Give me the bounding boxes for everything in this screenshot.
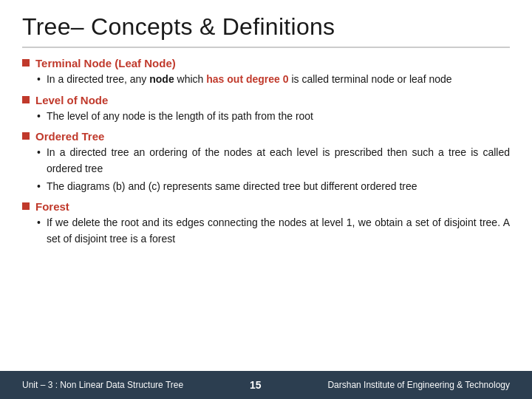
list-item: If we delete the root and its edges conn… bbox=[37, 215, 510, 247]
main-content: Tree– Concepts & Definitions Terminal No… bbox=[0, 0, 532, 371]
list-item-text: The level of any node is the length of i… bbox=[47, 109, 510, 125]
list-item: The level of any node is the length of i… bbox=[37, 109, 510, 125]
text-part: which bbox=[174, 73, 207, 85]
section-terminal-node: Terminal Node (Leaf Node)In a directed t… bbox=[22, 57, 510, 88]
section-heading-text-terminal-node: Terminal Node (Leaf Node) bbox=[35, 57, 176, 69]
section-heading-ordered-tree: Ordered Tree bbox=[22, 130, 510, 143]
section-bullet-ordered-tree bbox=[22, 132, 30, 140]
text-part: In a directed tree an ordering of the no… bbox=[47, 146, 510, 174]
list-item: The diagrams (b) and (c) represents same… bbox=[37, 179, 510, 195]
text-part: tree, any bbox=[103, 73, 149, 85]
section-body-terminal-node: In a directed tree, any node which has o… bbox=[22, 72, 510, 88]
text-part: has out degree 0 bbox=[206, 73, 288, 85]
section-heading-text-ordered-tree: Ordered Tree bbox=[35, 130, 104, 143]
footer-right: Darshan Institute of Engineering & Techn… bbox=[327, 380, 510, 390]
list-item: In a directed tree an ordering of the no… bbox=[37, 145, 510, 177]
section-bullet-level-of-node bbox=[22, 96, 30, 103]
footer-page-number: 15 bbox=[250, 379, 262, 391]
text-part: directed bbox=[66, 73, 103, 85]
list-item: In a directed tree, any node which has o… bbox=[37, 72, 510, 88]
footer: Unit – 3 : Non Linear Data Structure Tre… bbox=[0, 371, 532, 399]
text-part: The level of any node is the length of i… bbox=[47, 110, 313, 122]
text-part: is called terminal node or leaf node bbox=[289, 73, 452, 85]
footer-left: Unit – 3 : Non Linear Data Structure Tre… bbox=[22, 380, 183, 390]
section-body-ordered-tree: In a directed tree an ordering of the no… bbox=[22, 145, 510, 194]
text-part: If we delete the root and its edges conn… bbox=[47, 216, 510, 245]
list-item-text: The diagrams (b) and (c) represents same… bbox=[47, 179, 510, 195]
section-heading-text-level-of-node: Level of Node bbox=[35, 94, 108, 106]
slide-title: Tree– Concepts & Definitions bbox=[22, 13, 510, 48]
list-item-text: In a directed tree an ordering of the no… bbox=[47, 145, 510, 177]
section-forest: ForestIf we delete the root and its edge… bbox=[22, 200, 510, 247]
section-bullet-forest bbox=[22, 202, 30, 210]
section-heading-terminal-node: Terminal Node (Leaf Node) bbox=[22, 57, 510, 69]
text-part: node bbox=[149, 73, 174, 85]
list-item-text: In a directed tree, any node which has o… bbox=[47, 72, 510, 88]
text-part: The diagrams (b) and (c) represents same… bbox=[47, 180, 417, 192]
text-part: In a bbox=[47, 73, 66, 85]
slide: Tree– Concepts & Definitions Terminal No… bbox=[0, 0, 532, 399]
list-item-text: If we delete the root and its edges conn… bbox=[47, 215, 510, 247]
section-body-forest: If we delete the root and its edges conn… bbox=[22, 215, 510, 247]
section-heading-forest: Forest bbox=[22, 200, 510, 213]
section-heading-text-forest: Forest bbox=[35, 200, 69, 213]
section-level-of-node: Level of NodeThe level of any node is th… bbox=[22, 94, 510, 125]
section-bullet-terminal-node bbox=[22, 59, 30, 66]
section-body-level-of-node: The level of any node is the length of i… bbox=[22, 109, 510, 125]
section-heading-level-of-node: Level of Node bbox=[22, 94, 510, 106]
section-ordered-tree: Ordered TreeIn a directed tree an orderi… bbox=[22, 130, 510, 194]
